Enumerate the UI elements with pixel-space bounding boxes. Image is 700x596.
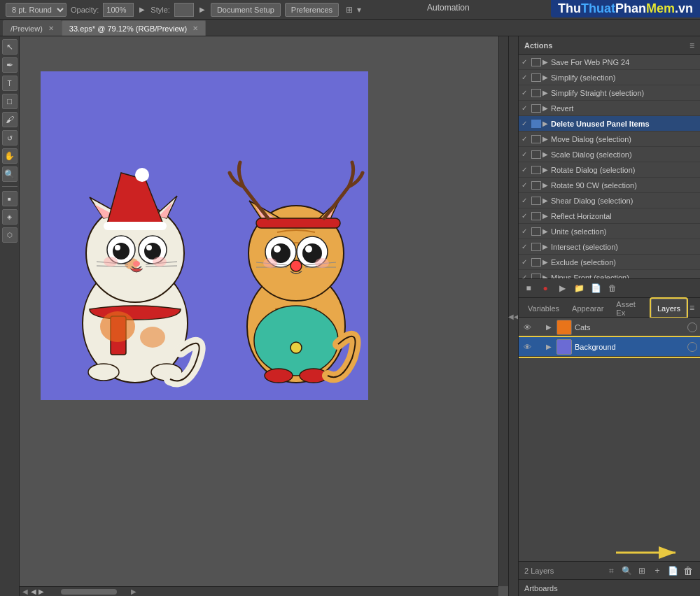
action-arrow-3[interactable]: ▶ [542, 104, 548, 112]
action-arrow-8[interactable]: ▶ [542, 181, 548, 189]
tab-variables[interactable]: Variables [522, 299, 566, 317]
action-arrow-7[interactable]: ▶ [542, 166, 548, 173]
action-row-6[interactable]: ✓ ▶ Scale Dialog (selection) [519, 147, 700, 162]
stop-button[interactable]: ■ [522, 281, 536, 295]
actions-toolbar: ■ ● ▶ 📁 📄 🗑 [519, 278, 700, 298]
action-row-14[interactable]: ✓ ▶ Minus Front (selection) [519, 270, 700, 278]
layers-area[interactable]: 👁 ▶ Cats 👁 ▶ Background [519, 318, 700, 561]
action-row-5[interactable]: ✓ ▶ Move Dialog (selection) [519, 132, 700, 147]
action-label-6: Scale Dialog (selection) [551, 150, 697, 159]
make-clipping-mask-button[interactable]: ⌗ [605, 565, 617, 577]
actions-menu-button[interactable]: ≡ [690, 41, 694, 50]
action-square-6 [531, 150, 541, 159]
horizontal-scrollbar[interactable]: ◀ ◀ ▶ ▶ [20, 586, 498, 596]
action-arrow-6[interactable]: ▶ [542, 150, 548, 158]
action-row-2[interactable]: ✓ ▶ Simplify Straight (selection) [519, 85, 700, 101]
style-label: Style: [150, 6, 170, 14]
action-row-8[interactable]: ✓ ▶ Rotate 90 CW (selection) [519, 178, 700, 193]
layer-row-background[interactable]: 👁 ▶ Background [519, 337, 700, 357]
action-arrow-10[interactable]: ▶ [542, 212, 548, 220]
fill-stroke-tool[interactable]: ■ [2, 191, 18, 206]
delete-layer-button[interactable]: 🗑 [682, 565, 694, 577]
scroll-thumb-x[interactable] [61, 589, 117, 595]
hand-tool[interactable]: ✋ [2, 148, 18, 164]
action-arrow-5[interactable]: ▶ [542, 135, 548, 143]
action-row-1[interactable]: ✓ ▶ Simplify (selection) [519, 70, 700, 85]
action-row-3[interactable]: ✓ ▶ Revert [519, 101, 700, 116]
action-arrow-12[interactable]: ▶ [542, 243, 548, 250]
pen-tool[interactable]: ✒ [2, 57, 18, 73]
vertical-scrollbar[interactable] [498, 36, 508, 586]
new-layer-button[interactable]: 📄 [666, 565, 679, 577]
new-sublayer-button[interactable]: + [651, 565, 664, 577]
layer-row-cats[interactable]: 👁 ▶ Cats [519, 318, 700, 337]
action-arrow-4[interactable]: ▶ [542, 120, 548, 127]
shape-tool[interactable]: □ [2, 94, 18, 109]
action-row-4[interactable]: ✓ ▶ Delete Unused Panel Items [519, 116, 700, 132]
style-box[interactable] [174, 3, 194, 17]
action-row-7[interactable]: ✓ ▶ Rotate Dialog (selection) [519, 162, 700, 178]
selection-tool[interactable]: ↖ [2, 39, 18, 55]
scroll-left-arrow[interactable]: ◀ [22, 588, 28, 595]
zoom-tool[interactable]: 🔍 [2, 166, 18, 182]
tab-eps-close[interactable]: ✕ [192, 24, 198, 32]
layer-expand-cats[interactable]: ▶ [544, 323, 554, 331]
delete-action-button[interactable]: 🗑 [606, 281, 620, 295]
action-row-12[interactable]: ✓ ▶ Intersect (selection) [519, 239, 700, 255]
tab-preview[interactable]: /Preview) ✕ [3, 20, 62, 36]
opacity-input[interactable] [103, 3, 134, 17]
layers-panel-menu-button[interactable]: ≡ [687, 303, 697, 313]
locate-object-button[interactable]: 🔍 [620, 565, 633, 577]
canvas-area[interactable]: ◀ ◀ ▶ ▶ [20, 36, 508, 596]
brush-tool[interactable]: 🖌 [2, 112, 18, 127]
brush-select[interactable]: 8 pt. Round [6, 3, 66, 17]
color-mode-btn[interactable]: ◈ [2, 209, 18, 225]
opacity-arrow[interactable]: ▶ [138, 6, 146, 13]
layer-circle-cats[interactable] [687, 322, 697, 332]
action-row-10[interactable]: ✓ ▶ Reflect Horizontal [519, 208, 700, 224]
scroll-right-arrow[interactable]: ▶ [131, 588, 136, 595]
layer-expand-background[interactable]: ▶ [544, 343, 554, 350]
actions-list[interactable]: ✓ ▶ Save For Web PNG 24 ✓ ▶ Simplify (se… [519, 55, 700, 278]
artboards-tab[interactable]: Artboards [519, 579, 700, 596]
left-toolbar: ↖ ✒ T □ 🖌 ↺ ✋ 🔍 ■ ◈ ⬡ [0, 36, 20, 596]
svg-point-31 [254, 306, 338, 376]
action-arrow-1[interactable]: ▶ [542, 73, 548, 81]
record-button[interactable]: ● [538, 281, 552, 295]
type-tool[interactable]: T [2, 76, 18, 91]
action-arrow-2[interactable]: ▶ [542, 89, 548, 97]
layer-circle-background[interactable] [687, 342, 697, 352]
collect-in-new-layer-button[interactable]: ⊞ [636, 565, 648, 577]
draw-mode-btn[interactable]: ⬡ [2, 227, 18, 243]
style-arrow[interactable]: ▶ [198, 6, 206, 13]
tab-layers[interactable]: Layers [651, 299, 687, 317]
layer-eye-background[interactable]: 👁 [522, 343, 533, 351]
tab-asset-export[interactable]: Asset Ex [610, 299, 651, 317]
action-arrow-14[interactable]: ▶ [542, 274, 548, 278]
tab-appearance[interactable]: Appearar [566, 299, 610, 317]
action-arrow-9[interactable]: ▶ [542, 197, 548, 204]
panel-collapse-handle[interactable]: ◀◀ [508, 36, 518, 596]
action-arrow-0[interactable]: ▶ [542, 58, 548, 66]
action-check-7: ✓ [522, 166, 531, 173]
new-action-button[interactable]: 📄 [589, 281, 603, 295]
play-button[interactable]: ▶ [555, 281, 569, 295]
action-label-14: Minus Front (selection) [551, 274, 697, 279]
action-row-9[interactable]: ✓ ▶ Shear Dialog (selection) [519, 193, 700, 208]
action-row-11[interactable]: ✓ ▶ Unite (selection) [519, 224, 700, 239]
rotate-tool[interactable]: ↺ [2, 130, 18, 146]
cats-illustration [41, 71, 368, 400]
preferences-button[interactable]: Preferences [285, 3, 339, 17]
action-row-13[interactable]: ✓ ▶ Exclude (selection) [519, 255, 700, 270]
tab-eps[interactable]: 33.eps* @ 79.12% (RGB/Preview) ✕ [62, 20, 206, 36]
svg-point-15 [133, 261, 140, 267]
action-arrow-13[interactable]: ▶ [542, 258, 548, 266]
action-arrow-11[interactable]: ▶ [542, 227, 548, 235]
action-row-0[interactable]: ✓ ▶ Save For Web PNG 24 [519, 55, 700, 70]
arrow-down-icon[interactable]: ▾ [357, 5, 361, 15]
document-setup-button[interactable]: Document Setup [211, 3, 281, 17]
transform-icon[interactable]: ⊞ [346, 5, 353, 15]
layer-eye-cats[interactable]: 👁 [522, 323, 533, 332]
tab-preview-close[interactable]: ✕ [48, 24, 54, 32]
new-set-button[interactable]: 📁 [572, 281, 586, 295]
